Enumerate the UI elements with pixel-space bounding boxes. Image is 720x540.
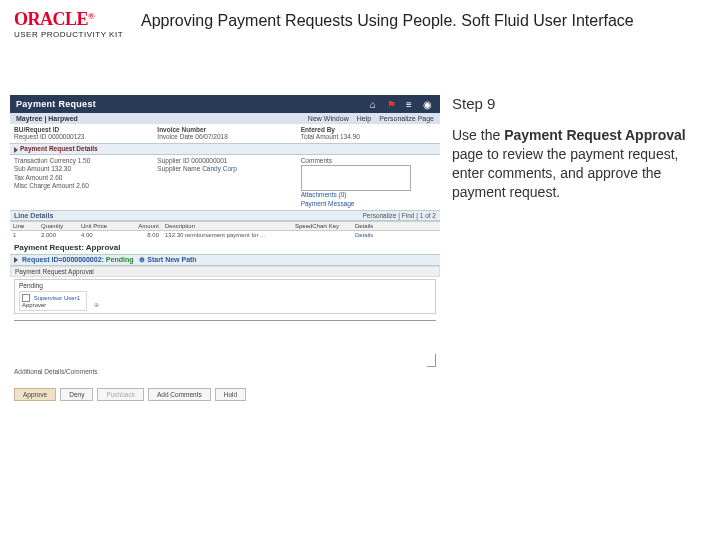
- brand-subtitle: USER PRODUCTIVITY KIT: [14, 30, 123, 39]
- app-subbar: Maytree | Harpwed New Window Help Person…: [10, 113, 440, 124]
- checkbox-icon[interactable]: [22, 294, 30, 302]
- approve-button[interactable]: Approve: [14, 388, 56, 401]
- bell-icon[interactable]: ◉: [420, 97, 434, 111]
- lines-header: Line Details Personalize | Find | 1 of 2: [10, 210, 440, 221]
- approver-card[interactable]: Supervisor User1 Approver: [19, 291, 87, 311]
- action-buttons: Approve Deny Pushback Add Comments Hold: [10, 384, 440, 407]
- brand-bar: ORACLE® USER PRODUCTIVITY KIT Approving …: [0, 0, 720, 45]
- det-r2: Supplier Name Candy Corp: [157, 165, 292, 173]
- doc-title: Approving Payment Requests Using People.…: [141, 10, 706, 30]
- oracle-logo: ORACLE®: [14, 10, 123, 28]
- summary-l1a: BU/Request ID: [14, 126, 149, 133]
- flag-icon[interactable]: ⚑: [384, 97, 398, 111]
- approval-title: Payment Request: Approval: [10, 239, 440, 254]
- link-new-window[interactable]: New Window: [308, 115, 349, 122]
- instruction-panel: Step 9 Use the Payment Request Approval …: [446, 95, 706, 407]
- deny-button[interactable]: Deny: [60, 388, 93, 401]
- app-bar-title: Payment Request: [16, 99, 362, 109]
- det-l2: Sub Amount 132.30: [14, 165, 149, 173]
- expand-icon[interactable]: 1: [10, 231, 38, 239]
- summary-v2b: Invoice Date 06/07/2018: [157, 133, 292, 141]
- grid-header: Line Quantity Unit Price Amount Descript…: [10, 221, 440, 231]
- comments-text-area[interactable]: [14, 320, 436, 366]
- start-new-path[interactable]: ⊕ Start New Path: [139, 256, 196, 263]
- notes-label: Additional Details/Comments: [10, 366, 440, 376]
- menu-icon[interactable]: ≡: [402, 97, 416, 111]
- pushback-button[interactable]: Pushback: [97, 388, 144, 401]
- comments-label: Comments: [301, 157, 436, 165]
- step-body: Use the Payment Request Approval page to…: [452, 126, 706, 202]
- table-row[interactable]: 1 2.000 4.00 8.00 132.30 reimbursement p…: [10, 231, 440, 239]
- app-screenshot: Payment Request ⌂ ⚑ ≡ ◉ Maytree | Harpwe…: [10, 95, 440, 407]
- link-help[interactable]: Help: [357, 115, 371, 122]
- det-l4: Misc Charge Amount 2.60: [14, 182, 149, 190]
- summary-v2c: Total Amount 134.90: [301, 133, 436, 141]
- brand-block: ORACLE® USER PRODUCTIVITY KIT: [14, 10, 123, 39]
- det-l1: Transaction Currency 1.50: [14, 157, 149, 165]
- app-bar: Payment Request ⌂ ⚑ ≡ ◉: [10, 95, 440, 113]
- hold-button[interactable]: Hold: [215, 388, 246, 401]
- summary-v2a: Request ID 0000000123: [14, 133, 149, 141]
- breadcrumb: Maytree | Harpwed: [16, 115, 78, 122]
- details-row: Transaction Currency 1.50 Sub Amount 132…: [10, 155, 440, 210]
- summary-l1b: Invoice Number: [157, 126, 292, 133]
- stage-status: Pending: [19, 282, 431, 289]
- approval-stage: Pending Supervisor User1 Approver ⊕: [14, 279, 436, 314]
- approval-req-bar: Request ID=0000000002: Pending ⊕ Start N…: [10, 254, 440, 266]
- det-l3: Tax Amount 2.60: [14, 174, 149, 182]
- payment-msg-link[interactable]: Payment Message: [301, 200, 436, 208]
- summary-l1c: Entered By: [301, 126, 436, 133]
- add-comments-button[interactable]: Add Comments: [148, 388, 211, 401]
- comments-input[interactable]: [301, 165, 411, 191]
- home-icon[interactable]: ⌂: [366, 97, 380, 111]
- det-r1: Supplier ID 0000000001: [157, 157, 292, 165]
- approval-sub-header: Payment Request Approval: [10, 266, 440, 277]
- attachments-link[interactable]: Attachments (0): [301, 191, 436, 199]
- link-personalize[interactable]: Personalize Page: [379, 115, 434, 122]
- step-heading: Step 9: [452, 95, 706, 112]
- details-link[interactable]: Details: [352, 231, 392, 239]
- add-approver-icon[interactable]: ⊕: [94, 302, 99, 308]
- summary-row: BU/Request ID Request ID 0000000123 Invo…: [10, 124, 440, 143]
- details-header: Payment Request Details: [10, 143, 440, 154]
- lines-meta: Personalize | Find | 1 of 2: [363, 212, 436, 220]
